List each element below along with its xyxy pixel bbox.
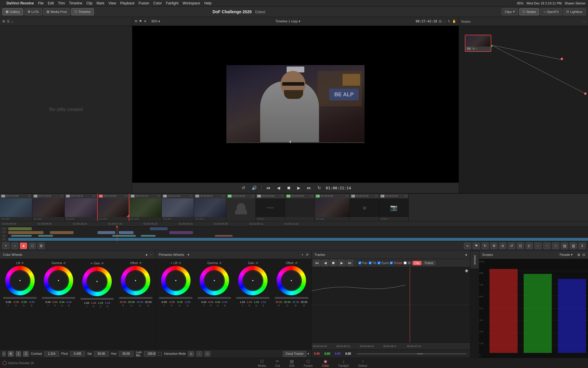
tracker-3d-check[interactable]: 3D — [404, 261, 411, 265]
tracker-stop[interactable]: ⏹ — [330, 260, 337, 266]
color-tool-curves[interactable]: ∿ — [464, 243, 471, 249]
viewer-flag-icon[interactable]: ⚑ — [139, 19, 142, 23]
gain-reset-icon[interactable]: ↺ — [101, 262, 103, 265]
scopes-mode-dropdown[interactable]: Parade ▾ — [559, 253, 573, 257]
menu-timeline[interactable]: Timeline — [69, 1, 82, 5]
menu-view[interactable]: View — [108, 1, 116, 5]
color-tool-histo[interactable]: ▥ — [570, 243, 577, 249]
loop-button[interactable]: ↺ — [240, 185, 247, 191]
prim-gain-reset-icon[interactable]: ↺ — [255, 261, 258, 265]
color-tool-luma[interactable]: ▤ — [561, 243, 568, 249]
threed-checkbox[interactable] — [404, 261, 407, 264]
gain-wheel[interactable] — [82, 267, 112, 296]
color-wheels-more-icon[interactable]: ··· — [150, 253, 153, 256]
node-01[interactable]: 01 ⊡ ○ — [465, 35, 491, 52]
prim-lift-reset-icon[interactable]: ↺ — [178, 261, 181, 265]
tab-media[interactable]: ⬡ Media — [253, 358, 270, 368]
clip-item-04-active[interactable]: 04 00:27:40:06 V1 ⊙ H.264 — [97, 194, 129, 221]
menu-mark[interactable]: Mark — [96, 1, 104, 5]
gallery-grid-icon[interactable]: ⊞ — [2, 19, 5, 23]
clip-item-03[interactable]: 03 00:27:36:21 V1 ⊙ H.264 — [65, 194, 97, 221]
color-tool-qualify[interactable]: ⊏ — [526, 243, 533, 249]
menu-trim[interactable]: Trim — [58, 1, 65, 5]
offset-wheel[interactable] — [121, 266, 150, 295]
gamma-wheel[interactable] — [44, 266, 73, 295]
menu-fairlight[interactable]: Fairlight — [166, 1, 178, 5]
tilt-checkbox[interactable] — [369, 261, 372, 264]
gallery-button[interactable]: ▦ Gallery — [2, 8, 23, 15]
tracker-step-back[interactable]: ◀ — [322, 260, 329, 266]
tracker-frame-button[interactable]: Frame — [423, 261, 435, 265]
color-tool-more[interactable]: ⊞ — [38, 243, 45, 249]
grade-2-button[interactable]: 2 — [23, 351, 29, 357]
media-pool-button[interactable]: ▤ Media Pool — [43, 8, 70, 15]
clip-item-09[interactable]: 09 00:00:00:00 V4 empty ⊙ PNG — [256, 194, 285, 221]
tab-fairlight[interactable]: ♩ Fairlight — [334, 358, 354, 368]
viewer-hand-icon[interactable]: ✋ — [452, 19, 456, 23]
step-back-button[interactable]: ◀ — [275, 185, 282, 191]
tab-deliver[interactable]: ↑ Deliver — [354, 358, 372, 368]
nodes-button[interactable]: ⬡ Nodes — [519, 8, 539, 15]
prim-gamma-slider[interactable] — [198, 297, 231, 299]
menu-clip[interactable]: Clip — [86, 1, 93, 5]
tracker-play[interactable]: ▶ — [338, 260, 345, 266]
go-to-start-button[interactable]: ⏮ — [265, 185, 272, 191]
prim-offset-wheel[interactable] — [277, 266, 306, 295]
grade-logo-icon[interactable]: ⬡ — [2, 351, 6, 357]
prim-offset-reset-icon[interactable]: ↺ — [295, 261, 297, 265]
audio-button[interactable]: 🔊 — [250, 185, 258, 191]
pan-checkbox[interactable] — [358, 261, 361, 264]
go-to-end-button[interactable]: ⏭ — [305, 185, 313, 191]
zoom-control[interactable]: 30% ▾ — [151, 19, 160, 23]
menu-workspace[interactable]: Workspace — [183, 1, 200, 5]
color-tool-active[interactable]: ● — [20, 243, 27, 249]
prim-lift-wheel[interactable] — [161, 266, 191, 295]
lift-reset-icon[interactable]: ↺ — [21, 261, 24, 265]
stop-button[interactable]: ⏹ — [285, 185, 293, 191]
gamma-slider[interactable] — [42, 297, 76, 299]
menu-file[interactable]: File — [38, 1, 44, 5]
grade-a-button[interactable]: A — [8, 351, 14, 357]
zoom-checkbox[interactable] — [377, 261, 380, 264]
color-tool-rotation[interactable]: ↻ — [482, 243, 489, 249]
tracker-clip-button[interactable]: Clip — [412, 261, 422, 265]
prim-gain-wheel[interactable] — [238, 266, 268, 295]
color-tool-reset[interactable]: ↺ — [508, 243, 515, 249]
prim-gain-slider[interactable] — [236, 297, 270, 299]
clip-item-10[interactable]: 10 00:00:03:08 V3 — [285, 194, 315, 221]
prim-lift-slider[interactable] — [159, 297, 193, 299]
color-tool-balance[interactable]: ⊖ — [499, 243, 506, 249]
rotate-checkbox[interactable] — [390, 261, 393, 264]
clip-item-08[interactable]: 08 00:00:00:00 V3 — [226, 194, 256, 221]
color-tool-flag[interactable]: ⚑ — [473, 243, 480, 249]
scopes-grid-icon[interactable]: ⊞ — [577, 253, 580, 257]
play-button[interactable]: ▶ — [295, 185, 302, 191]
clip-item-01[interactable]: 01 00:17:06:06 V1 ⊙ H.264 — [0, 194, 32, 221]
openfx-button[interactable]: ○ OpenFX — [540, 8, 562, 15]
color-tool-settings[interactable]: ⚙ — [490, 243, 497, 249]
prim-gamma-wheel[interactable] — [200, 266, 229, 295]
menu-playback[interactable]: Playback — [120, 1, 135, 5]
gallery-list-icon[interactable]: ☰ — [7, 19, 10, 23]
color-tool-info[interactable]: ℹ — [579, 243, 586, 249]
clip-item-07[interactable]: 07 00:34:56:01 V1 ⊙ H.264 — [194, 194, 226, 221]
tracker-tilt-check[interactable]: Tilt — [369, 261, 376, 265]
prim-offset-slider[interactable] — [275, 297, 308, 299]
clip-item-11[interactable]: 11 00:36:08:09 V3 ⊙ H.264 — [315, 194, 350, 221]
cloud-tracker-button[interactable]: Cloud Tracker — [283, 351, 306, 357]
menu-color[interactable]: Color — [153, 1, 162, 5]
tab-fusion[interactable]: ⬡ Fusion — [299, 358, 317, 368]
interactive-mode-icon3[interactable]: ⬡ — [205, 351, 211, 357]
gain-plus-icon[interactable]: + — [91, 261, 93, 266]
gamma-reset-icon[interactable]: ↺ — [63, 261, 66, 265]
viewer-pointer-icon[interactable]: ↖ — [448, 19, 450, 23]
luts-button[interactable]: ⊞ LUTs — [24, 8, 42, 15]
offset-reset-icon[interactable]: ↺ — [139, 261, 141, 265]
color-tool-forward[interactable]: → — [543, 243, 550, 249]
clip-item-06[interactable]: 06 00:32:34:03 V1 ⊙ H.264 — [162, 194, 194, 221]
clips-dropdown-button[interactable]: Clips ▾ — [502, 8, 518, 15]
clip-item-13[interactable]: 13 00:00:00:00 V4 📷 ⊙ PNG — [379, 194, 409, 221]
viewer-more-icon[interactable]: ··· — [443, 20, 446, 23]
lightbox-button[interactable]: ⊡ Lightbox — [563, 8, 586, 15]
loop-section-button[interactable]: ↻ — [316, 185, 323, 191]
